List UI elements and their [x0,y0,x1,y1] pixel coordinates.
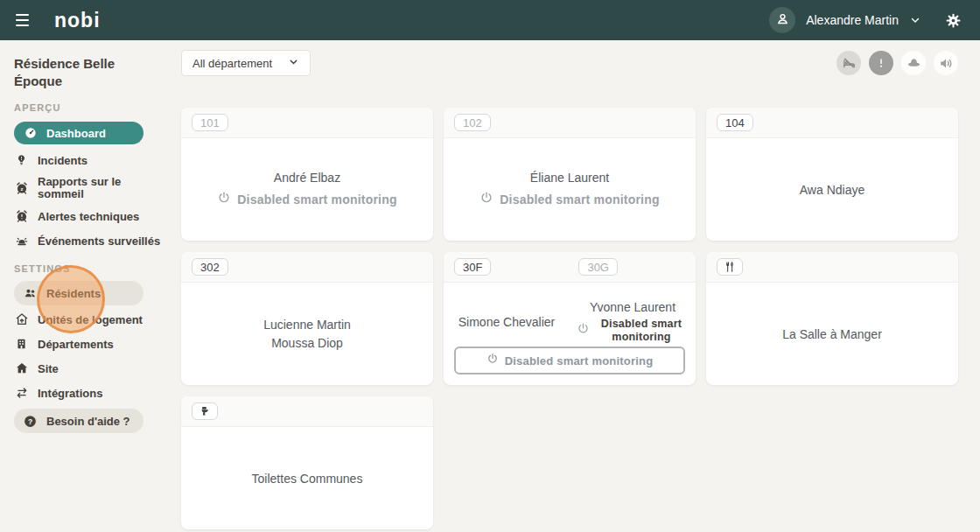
app-logo: nobi [54,9,101,32]
sidebar-item-site[interactable]: Site [14,360,181,377]
sidebar-item-label: Dashboard [46,127,106,140]
room-card-grid: 101 André Elbaz Disabled smart monitorin… [181,108,958,529]
sidebar-item-dashboard[interactable]: Dashboard [14,122,144,144]
sidebar-item-label: Départements [38,338,114,351]
topbar-user-area: Alexandre Martin [769,7,962,33]
resident-name: Simone Chevalier [458,315,556,329]
housing-unit-icon [14,312,29,326]
sidebar-item-label: Besoin d'aide ? [46,415,130,428]
sidebar-item-label: Rapports sur le sommeil [38,176,134,200]
department-filter-dropdown[interactable]: All département [181,50,311,76]
card-body: Simone Chevalier Yvonne Laurent Disabled… [444,283,696,346]
card-column-right: Yvonne Laurent Disabled smart monitoring [570,283,696,346]
status-text: Disabled smart monitoring [594,318,689,344]
integrations-icon [14,386,29,400]
room-card-102[interactable]: 102 Éliane Laurent Disabled smart monito… [444,108,696,241]
room-badge: 30F [454,258,491,276]
banner-text: Disabled smart monitoring [505,354,654,368]
resident-name: Awa Ndiaye [800,183,864,197]
sidebar-item-integrations[interactable]: Intégrations [14,384,181,402]
svg-text:z: z [20,186,23,192]
room-badge: 102 [454,114,491,131]
card-body: André Elbaz Disabled smart monitoring [181,138,433,241]
room-name: Toilettes Communes [252,472,363,486]
gear-icon[interactable] [944,11,962,30]
quick-action-icons [836,51,958,75]
room-card-104[interactable]: 104 Awa Ndiaye [706,108,958,241]
power-icon [486,353,499,368]
sidebar-item-help[interactable]: ? Besoin d'aide ? [14,409,144,433]
monitoring-status: Disabled smart monitoring [577,318,689,344]
room-card-dining[interactable]: La Salle à Manger [706,252,958,385]
residents-icon [23,286,38,300]
card-body: Lucienne Martin Moussa Diop [181,283,433,385]
card-body: Toilettes Communes [181,427,433,529]
room-card-toilets[interactable]: Toilettes Communes [181,396,433,529]
disable-monitoring-banner[interactable]: Disabled smart monitoring [454,346,685,374]
room-badge: 302 [192,258,228,276]
main-content: All département [181,40,980,532]
section-label-settings: SETTINGS [14,263,181,274]
sidebar-item-label: Événements surveillés [38,234,160,248]
room-badge: 30G [578,258,618,276]
resident-name: Moussa Diop [271,336,343,350]
chevron-down-icon[interactable] [909,14,921,26]
power-icon [217,191,231,208]
bed-disabled-icon[interactable] [836,51,861,75]
alert-icon[interactable] [869,51,893,75]
main-toolbar: All département [181,50,958,76]
incident-bulb-icon [14,153,29,167]
status-text: Disabled smart monitoring [237,192,396,206]
room-badge: 101 [192,114,228,131]
card-column-left: Simone Chevalier [444,283,570,346]
menu-icon[interactable] [16,10,35,30]
sidebar-item-tech-alerts[interactable]: Alertes techniques [14,207,181,225]
room-card-101[interactable]: 101 André Elbaz Disabled smart monitorin… [181,108,433,241]
resident-name: Yvonne Laurent [590,300,676,314]
site-title: Résidence Belle Époque [14,55,128,90]
volume-icon[interactable] [934,51,958,75]
user-name[interactable]: Alexandre Martin [806,13,899,27]
monitoring-status: Disabled smart monitoring [217,191,396,208]
dashboard-gauge-icon [23,126,38,140]
top-bar: nobi Alexandre Martin [0,0,980,40]
toilet-icon [192,402,218,420]
user-icon [775,11,790,30]
department-filter-value: All département [192,57,272,70]
room-card-302[interactable]: 302 Lucienne Martin Moussa Diop [181,252,433,385]
building-icon [14,337,29,351]
hat-icon[interactable] [901,51,926,75]
sidebar-item-sleep-reports[interactable]: z Rapports sur le sommeil [14,176,181,200]
sidebar-item-residents[interactable]: Résidents [14,281,144,305]
card-body: La Salle à Manger [706,283,958,385]
room-card-30f-30g[interactable]: 30F 30G Simone Chevalier Yvonne Laurent … [444,252,696,385]
sleep-clock-icon: z [14,181,29,195]
resident-name: Lucienne Martin [263,318,351,332]
avatar[interactable] [769,7,795,33]
help-icon: ? [23,414,38,429]
sidebar: Résidence Belle Époque APERÇU Dashboard … [0,40,181,532]
room-badge: 104 [717,114,753,131]
sidebar-item-label: Intégrations [38,387,102,400]
chevron-down-icon [288,56,299,70]
monitoring-status: Disabled smart monitoring [480,191,659,208]
sidebar-item-label: Unités de logement [38,313,143,326]
sidebar-item-incidents[interactable]: Incidents [14,151,181,169]
room-name: La Salle à Manger [782,327,882,341]
card-header: 101 [181,108,433,138]
home-icon [14,361,29,375]
sidebar-item-label: Site [38,362,59,375]
sidebar-item-label: Incidents [38,154,88,167]
svg-text:?: ? [28,416,32,425]
card-header: 302 [181,252,433,283]
card-header: 30F 30G [444,252,696,283]
card-header [706,252,958,283]
resident-name: Éliane Laurent [530,171,609,185]
siren-icon [14,234,29,248]
sidebar-item-housing-units[interactable]: Unités de logement [14,311,181,328]
card-header: 104 [706,108,958,138]
status-text: Disabled smart monitoring [500,192,659,206]
section-label-overview: APERÇU [14,102,181,113]
sidebar-item-monitored-events[interactable]: Événements surveillés [14,232,181,249]
sidebar-item-departments[interactable]: Départements [14,335,181,353]
